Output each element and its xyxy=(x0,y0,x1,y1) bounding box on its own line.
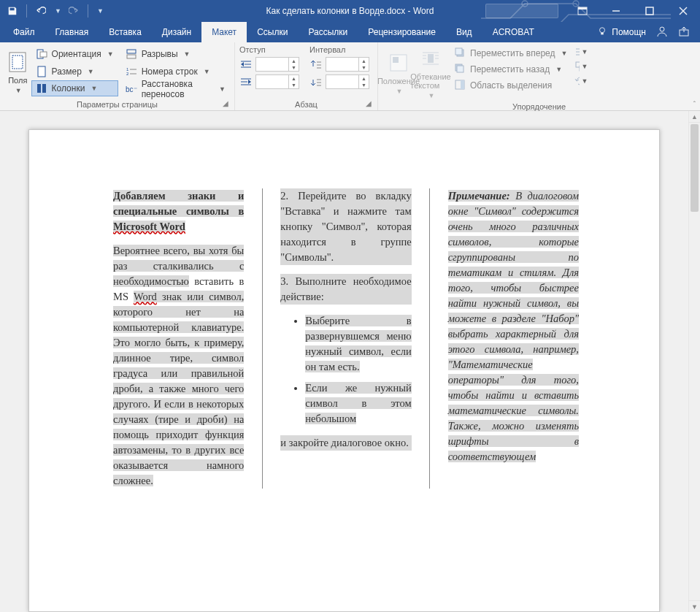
undo-dropdown-icon[interactable]: ▼ xyxy=(55,7,61,15)
svg-rect-40 xyxy=(393,57,399,63)
svg-rect-10 xyxy=(601,32,604,34)
hyphenation-button[interactable]: bc⁻ Расстановка переносов▼ xyxy=(121,80,230,98)
group-objects-icon[interactable]: ▼ xyxy=(574,60,588,73)
align-icon[interactable]: ▼ xyxy=(574,45,588,58)
chevron-down-icon: ▼ xyxy=(15,87,22,94)
wrap-text-icon xyxy=(419,47,442,70)
hyphenation-icon: bc⁻ xyxy=(126,83,137,95)
dialog-launcher-icon[interactable]: ◢ xyxy=(366,99,372,107)
scroll-down-icon[interactable]: ▼ xyxy=(689,600,700,612)
svg-rect-41 xyxy=(428,54,434,63)
tab-mailings[interactable]: Рассылки xyxy=(298,22,358,42)
svg-rect-53 xyxy=(461,80,464,89)
account-icon[interactable] xyxy=(656,26,668,39)
wrap-text-button[interactable]: Обтекание текстом ▼ xyxy=(415,45,447,101)
tab-references[interactable]: Ссылки xyxy=(247,22,298,42)
indent-label: Отступ xyxy=(239,45,299,56)
title-bar: ▼ ▼ Как сделать колонки в Ворде.docx - W… xyxy=(0,0,700,22)
group-label-paragraph: Абзац xyxy=(295,100,318,109)
line-numbers-icon: 12 xyxy=(126,66,137,77)
group-page-setup: Поля ▼ Ориентация▼ Размер▼ xyxy=(0,42,235,110)
svg-rect-20 xyxy=(127,50,136,53)
tab-home[interactable]: Главная xyxy=(45,22,99,42)
size-button[interactable]: Размер▼ xyxy=(31,63,118,80)
tab-file[interactable]: Файл xyxy=(3,22,45,42)
svg-rect-18 xyxy=(37,84,41,93)
svg-rect-49 xyxy=(455,48,462,55)
svg-text:bc⁻: bc⁻ xyxy=(126,85,137,93)
space-after-icon xyxy=(309,76,323,88)
redo-icon[interactable] xyxy=(67,6,80,16)
svg-point-9 xyxy=(600,27,605,32)
columns-button[interactable]: Колонки▼ xyxy=(31,80,118,96)
group-label-page-setup: Параметры страницы xyxy=(77,100,158,109)
maximize-icon[interactable] xyxy=(633,0,666,22)
breaks-button[interactable]: Разрывы▼ xyxy=(121,45,230,63)
bring-forward-icon xyxy=(454,47,466,61)
document-canvas[interactable]: Добавляем знаки и специальные символы в … xyxy=(0,111,688,612)
space-before-icon xyxy=(309,58,323,70)
lightbulb-icon xyxy=(597,26,607,39)
qat-customize-icon[interactable]: ▼ xyxy=(97,7,104,15)
send-backward-button[interactable]: Переместить назад▼ xyxy=(451,61,570,77)
save-icon[interactable] xyxy=(6,6,19,16)
ribbon-display-options-icon[interactable] xyxy=(566,0,599,22)
indent-right-input[interactable]: ▲▼ xyxy=(255,74,299,89)
position-icon xyxy=(387,51,410,74)
minimize-icon[interactable] xyxy=(599,0,633,22)
dialog-launcher-icon[interactable]: ◢ xyxy=(223,99,228,107)
tab-acrobat[interactable]: ACROBAT xyxy=(482,22,545,42)
indent-left-icon xyxy=(239,58,253,70)
tab-view[interactable]: Вид xyxy=(446,22,482,42)
user-account[interactable] xyxy=(485,4,558,18)
document-area: Добавляем знаки и специальные символы в … xyxy=(0,111,700,612)
svg-rect-4 xyxy=(578,7,587,9)
quick-access-toolbar: ▼ ▼ xyxy=(0,0,109,22)
tab-layout[interactable]: Макет xyxy=(201,22,247,42)
ribbon-layout: Поля ▼ Ориентация▼ Размер▼ xyxy=(0,42,700,111)
margins-icon xyxy=(6,50,29,74)
columns-icon xyxy=(36,83,47,94)
close-icon[interactable] xyxy=(666,0,700,22)
vertical-scrollbar[interactable]: ▲ ▼ xyxy=(688,111,700,612)
space-after-input[interactable]: ▲▼ xyxy=(326,74,369,89)
orientation-button[interactable]: Ориентация▼ xyxy=(31,45,118,63)
svg-text:2: 2 xyxy=(126,72,129,76)
tab-design[interactable]: Дизайн xyxy=(152,22,201,42)
svg-rect-19 xyxy=(42,84,46,93)
margins-button[interactable]: Поля ▼ xyxy=(4,45,31,99)
rotate-icon[interactable]: ▼ xyxy=(574,74,588,88)
page: Добавляем знаки и специальные символы в … xyxy=(28,129,660,612)
svg-point-11 xyxy=(660,27,664,31)
line-numbers-button[interactable]: 12 Номера строк▼ xyxy=(121,63,230,80)
indent-left-input[interactable]: ▲▼ xyxy=(255,57,299,72)
group-arrange: Положение ▼ Обтекание текстом ▼ Перемест… xyxy=(378,42,700,110)
svg-rect-16 xyxy=(40,52,47,57)
group-label-arrange: Упорядочение xyxy=(512,102,566,111)
orientation-icon xyxy=(36,48,47,60)
tab-review[interactable]: Рецензирование xyxy=(358,22,446,42)
indent-right-icon xyxy=(239,76,253,88)
undo-icon[interactable] xyxy=(34,6,47,16)
bring-forward-button[interactable]: Переместить вперед▼ xyxy=(451,45,570,61)
group-paragraph: Отступ ▲▼ ▲▼ xyxy=(235,42,378,110)
selection-pane-button[interactable]: Область выделения xyxy=(451,77,570,93)
breaks-icon xyxy=(126,48,137,60)
document-text[interactable]: Добавляем знаки и специальные символы в … xyxy=(113,188,579,489)
spacing-label: Интервал xyxy=(309,45,369,56)
svg-rect-17 xyxy=(38,66,45,77)
ribbon-tabs: Файл Главная Вставка Дизайн Макет Ссылки… xyxy=(0,22,700,42)
svg-rect-21 xyxy=(127,55,136,58)
collapse-ribbon-icon[interactable]: ˆ xyxy=(693,101,696,109)
tell-me[interactable]: Помощн xyxy=(597,26,646,39)
space-before-input[interactable]: ▲▼ xyxy=(326,57,369,72)
svg-rect-57 xyxy=(576,62,580,67)
svg-rect-6 xyxy=(646,7,653,15)
selection-pane-icon xyxy=(454,79,466,93)
window-controls xyxy=(478,0,700,22)
scroll-thumb[interactable] xyxy=(691,124,699,212)
scroll-up-icon[interactable]: ▲ xyxy=(689,111,700,123)
tab-insert[interactable]: Вставка xyxy=(99,22,152,42)
send-backward-icon xyxy=(454,63,466,77)
share-icon[interactable] xyxy=(678,26,690,39)
